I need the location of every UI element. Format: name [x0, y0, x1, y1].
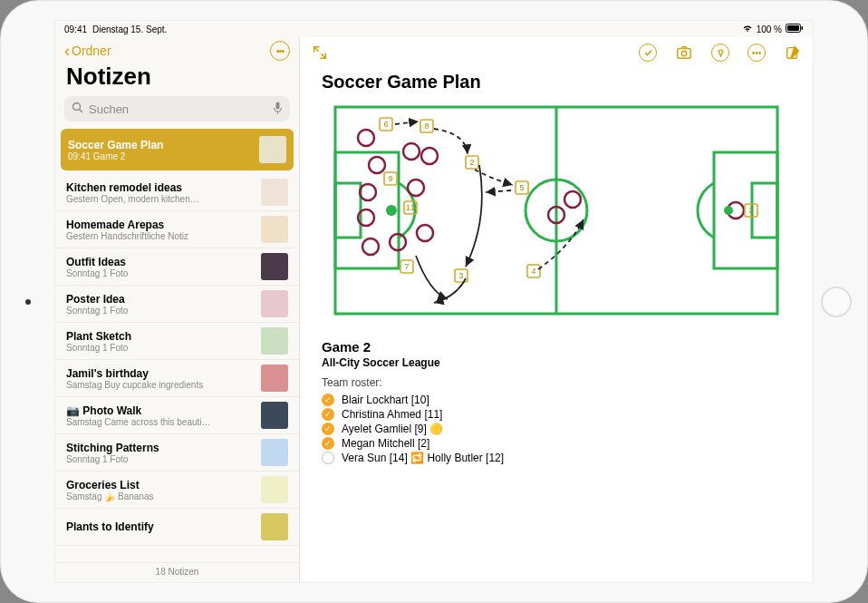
note-item-subtitle: 09:41 Game 2 [68, 151, 252, 161]
soccer-field-sketch: 689 2115 7343 [322, 102, 791, 319]
checkbox-checked-icon[interactable]: ✓ [322, 408, 334, 421]
front-camera [25, 299, 31, 305]
note-item-title: 📷 Photo Walk [66, 404, 254, 417]
checkbox-unchecked-icon[interactable] [322, 452, 334, 464]
note-item-subtitle: Sonntag 1 Foto [66, 454, 254, 464]
note-item-title: Kitchen remodel ideas [66, 181, 254, 194]
search-icon [72, 102, 83, 116]
svg-rect-15 [714, 152, 777, 268]
search-placeholder: Suchen [89, 102, 129, 116]
note-list-item[interactable]: Kitchen remodel ideasGestern Open, moder… [55, 174, 299, 211]
svg-text:5: 5 [519, 183, 524, 192]
notes-count: 18 Notizen [55, 562, 299, 582]
note-item-title: Stitching Patterns [66, 442, 254, 454]
note-item-subtitle: Sonntag 1 Foto [66, 268, 254, 278]
svg-point-24 [362, 238, 379, 255]
checkbox-checked-icon[interactable]: ✓ [322, 423, 334, 435]
camera-button[interactable] [675, 44, 693, 62]
svg-text:7: 7 [404, 262, 409, 271]
sidebar-title: Notizen [55, 61, 299, 96]
note-item-subtitle: Sonntag 1 Foto [66, 306, 254, 316]
note-toolbar: ••• [300, 37, 813, 68]
note-item-subtitle: Gestern Handschriftliche Notiz [66, 231, 254, 241]
note-thumbnail [259, 136, 286, 163]
markup-button[interactable] [711, 44, 729, 62]
svg-text:8: 8 [424, 122, 429, 131]
note-item-subtitle: Samstag 🍌 Bananas [66, 491, 254, 501]
note-item-title: Soccer Game Plan [68, 139, 252, 151]
note-item-subtitle: Samstag Buy cupcake ingredients [66, 380, 254, 390]
compose-button[interactable] [784, 44, 802, 62]
note-list-item[interactable]: Plants to Identify [55, 509, 299, 546]
roster-name: Vera Sun [14] 🔁 Holly Butler [12] [342, 452, 504, 464]
svg-text:9: 9 [388, 174, 392, 183]
status-time: 09:41 [64, 24, 87, 34]
home-button[interactable] [821, 287, 852, 317]
roster-name: Christina Ahmed [11] [342, 408, 442, 421]
note-list-item[interactable]: Jamil's birthdaySamstag Buy cupcake ingr… [55, 360, 299, 397]
search-input[interactable]: Suchen [64, 96, 290, 122]
svg-rect-7 [678, 49, 690, 59]
checkbox-checked-icon[interactable]: ✓ [322, 394, 334, 406]
svg-point-17 [358, 130, 374, 146]
ipad-device-frame: 09:41 Dienstag 15. Sept. 100 % ‹ Ord [0, 0, 868, 603]
roster-item[interactable]: Vera Sun [14] 🔁 Holly Butler [12] [322, 451, 791, 465]
note-thumbnail [261, 365, 288, 392]
notes-list[interactable]: Soccer Game Plan09:41 Game 2Kitchen remo… [55, 129, 299, 562]
svg-point-23 [421, 148, 438, 164]
note-thumbnail [261, 327, 288, 355]
mic-icon[interactable] [273, 102, 283, 117]
notes-sidebar: ‹ Ordner ••• Notizen Suchen Soccer Game … [55, 37, 300, 582]
svg-point-22 [408, 180, 424, 196]
roster-item[interactable]: ✓Christina Ahmed [11] [322, 407, 791, 422]
checklist-button[interactable] [639, 44, 657, 62]
note-item-subtitle: Sonntag 1 Foto [66, 343, 254, 353]
svg-rect-2 [802, 26, 804, 30]
svg-text:2: 2 [469, 158, 474, 167]
svg-text:3: 3 [748, 206, 753, 215]
note-list-item[interactable]: 📷 Photo WalkSamstag Came across this bea… [55, 397, 299, 434]
svg-point-26 [417, 225, 433, 241]
note-list-item[interactable]: Poster IdeaSonntag 1 Foto [55, 286, 299, 323]
note-thumbnail [261, 179, 288, 206]
svg-rect-16 [752, 183, 777, 238]
note-item-title: Outfit Ideas [66, 256, 254, 268]
roster-item[interactable]: ✓Blair Lockhart [10] [322, 393, 791, 407]
note-list-item[interactable]: Stitching PatternsSonntag 1 Foto [55, 434, 299, 472]
svg-line-4 [80, 110, 83, 113]
expand-icon[interactable] [311, 44, 329, 62]
svg-rect-1 [787, 25, 799, 31]
chevron-left-icon: ‹ [64, 43, 70, 59]
note-list-item[interactable]: Homemade ArepasGestern Handschriftliche … [55, 211, 299, 248]
note-content-pane: ••• Soccer Game Plan [300, 37, 813, 582]
svg-point-30 [386, 205, 397, 216]
note-item-title: Jamil's birthday [66, 367, 254, 380]
note-item-subtitle: Samstag Came across this beauti… [66, 417, 254, 427]
note-list-item[interactable]: Plant SketchSonntag 1 Foto [55, 323, 299, 360]
more-options-button[interactable]: ••• [270, 41, 290, 61]
note-thumbnail [261, 439, 288, 466]
wifi-icon [742, 24, 753, 34]
league-name: All-City Soccer League [322, 356, 791, 369]
svg-point-8 [681, 51, 686, 55]
roster-item[interactable]: ✓Ayelet Gamliel [9] 🟡 [322, 422, 791, 436]
note-list-item[interactable]: Groceries ListSamstag 🍌 Bananas [55, 472, 299, 509]
status-battery-text: 100 % [757, 24, 782, 34]
roster-list: ✓Blair Lockhart [10]✓Christina Ahmed [11… [322, 393, 791, 465]
note-list-item[interactable]: Outfit IdeasSonntag 1 Foto [55, 248, 299, 286]
checkbox-checked-icon[interactable]: ✓ [322, 437, 334, 450]
svg-point-19 [403, 143, 420, 160]
game-heading: Game 2 [322, 339, 791, 355]
note-thumbnail [261, 513, 288, 540]
note-body[interactable]: Soccer Game Plan [300, 68, 813, 582]
note-list-item[interactable]: Soccer Game Plan09:41 Game 2 [61, 129, 294, 170]
svg-point-3 [73, 103, 81, 111]
note-thumbnail [261, 402, 288, 429]
note-item-title: Poster Idea [66, 293, 254, 306]
back-to-folders-button[interactable]: ‹ Ordner [64, 43, 111, 59]
svg-point-18 [369, 157, 385, 173]
note-thumbnail [261, 253, 288, 280]
roster-item[interactable]: ✓Megan Mitchell [2] [322, 436, 791, 451]
status-date: Dienstag 15. Sept. [92, 24, 167, 34]
more-button[interactable]: ••• [747, 44, 766, 62]
